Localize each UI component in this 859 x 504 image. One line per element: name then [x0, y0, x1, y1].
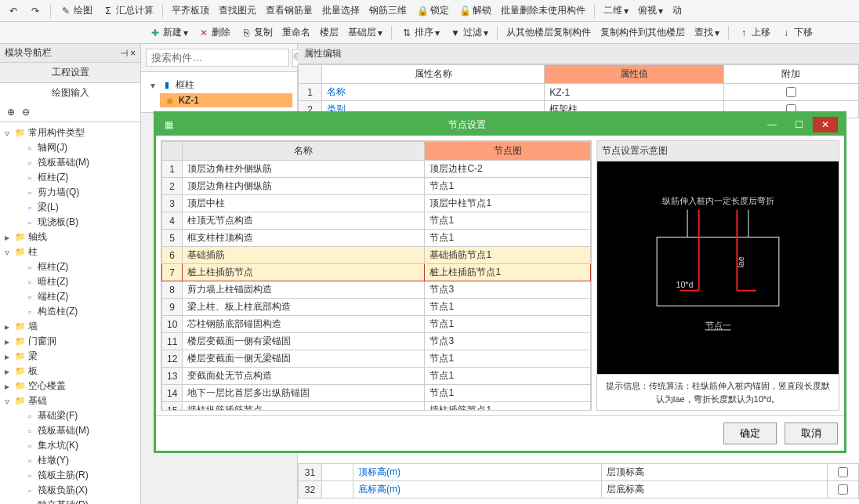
sidebar-tab-draw[interactable]: 绘图输入 [0, 83, 140, 103]
tree-item[interactable]: ▫筏板主筋(R) [3, 468, 137, 483]
property-row[interactable]: 32底标高(m)层底标高 [299, 481, 859, 499]
tree-item[interactable]: ▫梁(L) [3, 200, 137, 215]
action-copy[interactable]: ⎘复制 [237, 24, 276, 41]
expand-icon[interactable]: ▸ [5, 366, 13, 377]
node-pic[interactable]: 节点1 [425, 212, 591, 230]
expand-icon[interactable]: ▸ [5, 336, 13, 347]
node-table-row[interactable]: 7桩上柱插筋节点桩上柱插筋节点1 [162, 264, 591, 281]
node-pic[interactable]: 顶层边柱C-2 [425, 161, 591, 178]
node-name[interactable]: 楼层变截面一侧无梁锚固 [183, 350, 425, 368]
prop-value[interactable]: 层底标高 [601, 481, 827, 499]
node-table-row[interactable]: 12楼层变截面一侧无梁锚固节点1 [162, 350, 591, 368]
action-copy-from-floor[interactable]: 从其他楼层复制构件 [503, 24, 594, 41]
tool-unlock[interactable]: 🔓解锁 [455, 2, 495, 19]
tree-item[interactable]: ▫基础梁(F) [3, 408, 137, 423]
node-pic[interactable]: 节点1 [425, 178, 591, 195]
node-table-row[interactable]: 11楼层变截面一侧有梁锚固节点3 [162, 333, 591, 350]
node-name[interactable]: 楼层变截面一侧有梁锚固 [183, 333, 425, 350]
tool-batch-select[interactable]: 批量选择 [319, 2, 363, 19]
expand-icon[interactable]: ▸ [5, 321, 13, 332]
node-table-container[interactable]: 名称 节点图 1顶层边角柱外侧纵筋顶层边柱C-22顶层边角柱内侧纵筋节点13顶层… [161, 140, 592, 411]
tree-item[interactable]: ▫集水坑(K) [3, 438, 137, 453]
tool-rebar-3d[interactable]: 钢筋三维 [366, 2, 410, 19]
node-name[interactable]: 芯柱钢筋底部锚固构造 [183, 316, 425, 333]
cancel-button[interactable]: 取消 [785, 422, 838, 444]
node-pic[interactable]: 节点1 [425, 385, 591, 402]
tree-item[interactable]: ▸📁空心楼盖 [3, 379, 137, 393]
action-copy-to-floor[interactable]: 复制构件到其他楼层 [597, 24, 688, 41]
tree-item[interactable]: ▫端柱(Z) [3, 289, 137, 304]
expand-icon[interactable]: ▸ [5, 232, 13, 243]
node-pic[interactable]: 节点1 [425, 299, 591, 316]
collapse-icon[interactable]: ⊖ [20, 106, 32, 118]
tree-item[interactable]: ▿📁柱 [3, 245, 137, 259]
prop-name[interactable]: 底标高(m) [353, 481, 602, 499]
node-name[interactable]: 剪力墙上柱锚固构造 [183, 281, 425, 299]
node-name[interactable]: 桩上柱插筋节点 [183, 264, 425, 281]
dialog-maximize-button[interactable]: ☐ [786, 117, 811, 132]
action-floor[interactable]: 楼层 [317, 24, 342, 41]
node-pic[interactable]: 桩上柱插筋节点1 [425, 264, 591, 281]
dialog-close-button[interactable]: ✕ [813, 117, 838, 132]
expand-icon[interactable]: ▿ [5, 128, 13, 139]
tool-redo[interactable]: ↷ [26, 3, 45, 19]
action-delete[interactable]: ✕删除 [194, 24, 234, 41]
node-table-row[interactable]: 15墙柱纵筋插筋节点墙柱插筋节点1 [162, 402, 591, 412]
node-pic[interactable]: 节点3 [425, 333, 591, 350]
prop-checkbox[interactable] [838, 484, 848, 495]
node-table-row[interactable]: 2顶层边角柱内侧纵筋节点1 [162, 178, 591, 195]
prop-name[interactable]: 名称 [322, 84, 545, 101]
prop-checkbox[interactable] [786, 87, 796, 97]
sidebar-pin-icon[interactable]: ⊣ × [120, 48, 136, 59]
action-new[interactable]: ✚新建 ▾ [146, 24, 191, 41]
prop-name[interactable]: 顶标高(m) [353, 464, 602, 481]
action-rename[interactable]: 重命名 [279, 24, 314, 41]
dialog-titlebar[interactable]: ▦ 节点设置 — ☐ ✕ [156, 114, 844, 136]
tool-overlook[interactable]: 俯视 ▾ [635, 2, 666, 19]
tree-item[interactable]: ▸📁墙 [3, 319, 137, 334]
action-filter[interactable]: ▼过滤 ▾ [446, 24, 491, 41]
action-foundation-layer[interactable]: 基础层 ▾ [345, 24, 386, 41]
node-pic[interactable]: 节点1 [425, 316, 591, 333]
expand-icon[interactable]: ▸ [5, 351, 13, 362]
tree-item[interactable]: ▫框柱(Z) [3, 259, 137, 274]
tree-item[interactable]: ▫现浇板(B) [3, 215, 137, 230]
node-name[interactable]: 变截面处无节点构造 [183, 368, 425, 385]
tree-item[interactable]: ▫柱墩(Y) [3, 453, 137, 468]
tree-item[interactable]: ▫筏板基础(M) [3, 155, 137, 170]
tree-item[interactable]: ▫独立基础(D) [3, 498, 137, 504]
tree-item[interactable]: ▿📁常用构件类型 [3, 125, 137, 140]
node-table-row[interactable]: 4柱顶无节点构造节点1 [162, 212, 591, 230]
tree-item[interactable]: ▫暗柱(Z) [3, 274, 137, 289]
node-name[interactable]: 柱顶无节点构造 [183, 212, 425, 230]
property-row[interactable]: 31顶标高(m)层顶标高 [299, 464, 859, 481]
tool-sumcalc[interactable]: Σ汇总计算 [99, 2, 157, 19]
prop-extra[interactable] [828, 464, 859, 481]
tree-item[interactable]: ▫框柱(Z) [3, 170, 137, 185]
node-name[interactable]: 顶层边角柱内侧纵筋 [183, 178, 425, 195]
node-name[interactable]: 梁上柱、板上柱底部构造 [183, 299, 425, 316]
node-pic[interactable]: 基础插筋节点1 [425, 247, 591, 264]
node-pic[interactable]: 节点1 [425, 230, 591, 247]
tool-draw[interactable]: ✎绘图 [56, 2, 96, 19]
node-table-row[interactable]: 3顶层中柱顶层中柱节点1 [162, 195, 591, 212]
tool-undo[interactable]: ↶ [4, 3, 23, 19]
tool-2d[interactable]: 二维 ▾ [600, 2, 632, 19]
tool-view-rebar[interactable]: 查看钢筋量 [263, 2, 316, 19]
tree-item[interactable]: ▸📁梁 [3, 349, 137, 364]
node-name[interactable]: 墙柱纵筋插筋节点 [183, 402, 425, 412]
ok-button[interactable]: 确定 [723, 422, 777, 444]
node-pic[interactable]: 墙柱插筋节点1 [425, 402, 591, 412]
prop-extra[interactable] [828, 481, 859, 499]
tool-lock[interactable]: 🔒锁定 [413, 2, 452, 19]
expand-icon[interactable]: ⊕ [5, 106, 17, 118]
tool-flat-top[interactable]: 平齐板顶 [169, 2, 212, 19]
node-table-row[interactable]: 10芯柱钢筋底部锚固构造节点1 [162, 316, 591, 333]
tree-item[interactable]: ▫剪力墙(Q) [3, 185, 137, 200]
sidebar-tab-project[interactable]: 工程设置 [0, 63, 140, 83]
tool-find-primitive[interactable]: 查找图元 [216, 2, 259, 19]
node-name[interactable]: 地下一层比首层多出纵筋锚固 [183, 385, 425, 402]
tree-node-kz1[interactable]: ◉ KZ-1 [160, 93, 292, 107]
prop-value[interactable]: KZ-1 [545, 84, 723, 101]
node-name[interactable]: 顶层中柱 [183, 195, 425, 212]
